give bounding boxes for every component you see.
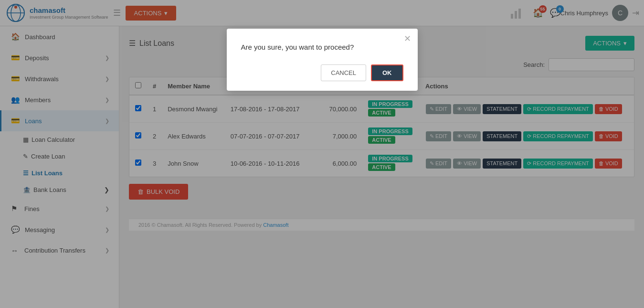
modal-box: ✕ Are you sure, you want to proceed? CAN… (227, 29, 418, 91)
modal-cancel-button[interactable]: CANCEL (321, 64, 366, 81)
modal-close-button[interactable]: ✕ (404, 33, 411, 44)
modal-actions: CANCEL OK (241, 64, 403, 81)
modal-overlay[interactable]: ✕ Are you sure, you want to proceed? CAN… (0, 0, 644, 308)
modal-message: Are you sure, you want to proceed? (241, 43, 403, 51)
modal-ok-button[interactable]: OK (371, 64, 403, 81)
